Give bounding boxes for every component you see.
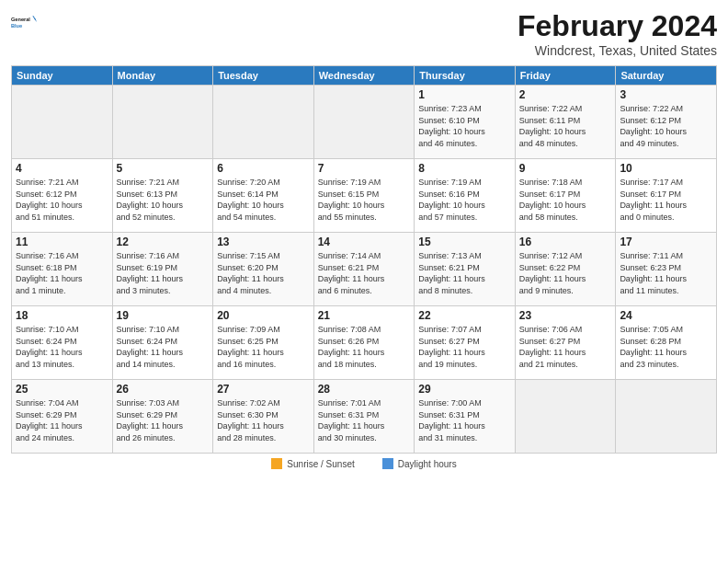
day-cell: 3Sunrise: 7:22 AM Sunset: 6:12 PM Daylig… (616, 86, 717, 159)
day-number: 1 (418, 88, 511, 101)
day-cell: 26Sunrise: 7:03 AM Sunset: 6:29 PM Dayli… (112, 380, 213, 454)
svg-text:Blue: Blue (11, 23, 22, 29)
day-info: Sunrise: 7:08 AM Sunset: 6:26 PM Dayligh… (318, 324, 411, 370)
day-cell: 16Sunrise: 7:12 AM Sunset: 6:22 PM Dayli… (515, 233, 616, 306)
day-number: 24 (620, 309, 712, 322)
day-info: Sunrise: 7:01 AM Sunset: 6:31 PM Dayligh… (318, 397, 411, 443)
week-row-1: 4Sunrise: 7:21 AM Sunset: 6:12 PM Daylig… (12, 159, 717, 233)
day-cell: 18Sunrise: 7:10 AM Sunset: 6:24 PM Dayli… (12, 306, 113, 380)
day-info: Sunrise: 7:09 AM Sunset: 6:25 PM Dayligh… (217, 324, 310, 370)
day-number: 16 (519, 236, 612, 248)
day-cell: 15Sunrise: 7:13 AM Sunset: 6:21 PM Dayli… (415, 233, 516, 306)
day-number: 18 (16, 309, 108, 322)
day-cell: 27Sunrise: 7:02 AM Sunset: 6:30 PM Dayli… (213, 380, 314, 454)
day-info: Sunrise: 7:04 AM Sunset: 6:29 PM Dayligh… (16, 397, 108, 443)
day-info: Sunrise: 7:03 AM Sunset: 6:29 PM Dayligh… (117, 397, 210, 443)
day-number: 23 (519, 309, 612, 322)
month-title: February 2024 (518, 9, 717, 43)
day-cell: 28Sunrise: 7:01 AM Sunset: 6:31 PM Dayli… (313, 380, 415, 454)
day-number: 15 (418, 236, 511, 248)
day-number: 3 (620, 88, 712, 101)
day-header-tuesday: Tuesday (213, 66, 314, 86)
day-info: Sunrise: 7:13 AM Sunset: 6:21 PM Dayligh… (418, 250, 511, 296)
day-cell (616, 380, 717, 454)
day-number: 12 (117, 236, 210, 248)
day-number: 17 (620, 236, 712, 248)
day-info: Sunrise: 7:07 AM Sunset: 6:27 PM Dayligh… (418, 324, 511, 370)
day-cell: 24Sunrise: 7:05 AM Sunset: 6:28 PM Dayli… (616, 306, 717, 380)
day-cell: 20Sunrise: 7:09 AM Sunset: 6:25 PM Dayli… (213, 306, 314, 380)
day-header-thursday: Thursday (415, 66, 516, 86)
day-number: 28 (318, 383, 411, 396)
day-info: Sunrise: 7:11 AM Sunset: 6:23 PM Dayligh… (620, 250, 712, 296)
day-number: 22 (418, 309, 511, 322)
calendar-table: SundayMondayTuesdayWednesdayThursdayFrid… (11, 65, 717, 454)
day-number: 2 (519, 88, 612, 101)
week-row-4: 25Sunrise: 7:04 AM Sunset: 6:29 PM Dayli… (12, 380, 717, 454)
day-number: 8 (418, 162, 511, 175)
day-info: Sunrise: 7:00 AM Sunset: 6:31 PM Dayligh… (418, 397, 511, 443)
day-info: Sunrise: 7:06 AM Sunset: 6:27 PM Dayligh… (519, 324, 612, 370)
day-cell (12, 86, 113, 159)
day-info: Sunrise: 7:10 AM Sunset: 6:24 PM Dayligh… (117, 324, 210, 370)
day-info: Sunrise: 7:22 AM Sunset: 6:12 PM Dayligh… (620, 103, 712, 149)
calendar-container: GeneralBlue February 2024 Windcrest, Tex… (0, 0, 728, 563)
day-info: Sunrise: 7:12 AM Sunset: 6:22 PM Dayligh… (519, 250, 612, 296)
day-info: Sunrise: 7:21 AM Sunset: 6:12 PM Dayligh… (16, 177, 108, 223)
day-cell: 10Sunrise: 7:17 AM Sunset: 6:17 PM Dayli… (616, 159, 717, 233)
day-cell: 13Sunrise: 7:15 AM Sunset: 6:20 PM Dayli… (213, 233, 314, 306)
day-info: Sunrise: 7:18 AM Sunset: 6:17 PM Dayligh… (519, 177, 612, 223)
day-header-wednesday: Wednesday (313, 66, 415, 86)
sunrise-color (271, 458, 282, 469)
day-number: 21 (318, 309, 411, 322)
day-cell: 21Sunrise: 7:08 AM Sunset: 6:26 PM Dayli… (313, 306, 415, 380)
day-cell (112, 86, 213, 159)
day-cell: 12Sunrise: 7:16 AM Sunset: 6:19 PM Dayli… (112, 233, 213, 306)
day-info: Sunrise: 7:15 AM Sunset: 6:20 PM Dayligh… (217, 250, 310, 296)
day-number: 14 (318, 236, 411, 248)
day-info: Sunrise: 7:17 AM Sunset: 6:17 PM Dayligh… (620, 177, 712, 223)
footer: Sunrise / Sunset Daylight hours (11, 458, 717, 469)
day-number: 7 (318, 162, 411, 175)
day-info: Sunrise: 7:21 AM Sunset: 6:13 PM Dayligh… (117, 177, 210, 223)
day-number: 6 (217, 162, 310, 175)
day-info: Sunrise: 7:02 AM Sunset: 6:30 PM Dayligh… (217, 397, 310, 443)
week-row-2: 11Sunrise: 7:16 AM Sunset: 6:18 PM Dayli… (12, 233, 717, 306)
svg-marker-3 (34, 18, 37, 22)
day-info: Sunrise: 7:10 AM Sunset: 6:24 PM Dayligh… (16, 324, 108, 370)
day-header-monday: Monday (112, 66, 213, 86)
day-info: Sunrise: 7:14 AM Sunset: 6:21 PM Dayligh… (318, 250, 411, 296)
day-cell: 8Sunrise: 7:19 AM Sunset: 6:16 PM Daylig… (415, 159, 516, 233)
daylight-color (382, 458, 393, 469)
day-number: 4 (16, 162, 108, 175)
day-cell (515, 380, 616, 454)
week-row-0: 1Sunrise: 7:23 AM Sunset: 6:10 PM Daylig… (12, 86, 717, 159)
sunrise-legend: Sunrise / Sunset (271, 458, 354, 469)
logo-icon: GeneralBlue (11, 9, 37, 35)
day-number: 19 (117, 309, 210, 322)
day-cell: 9Sunrise: 7:18 AM Sunset: 6:17 PM Daylig… (515, 159, 616, 233)
day-header-sunday: Sunday (12, 66, 113, 86)
day-cell: 2Sunrise: 7:22 AM Sunset: 6:11 PM Daylig… (515, 86, 616, 159)
day-cell: 29Sunrise: 7:00 AM Sunset: 6:31 PM Dayli… (415, 380, 516, 454)
day-number: 5 (117, 162, 210, 175)
day-info: Sunrise: 7:16 AM Sunset: 6:19 PM Dayligh… (117, 250, 210, 296)
day-cell: 25Sunrise: 7:04 AM Sunset: 6:29 PM Dayli… (12, 380, 113, 454)
day-info: Sunrise: 7:19 AM Sunset: 6:15 PM Dayligh… (318, 177, 411, 223)
day-info: Sunrise: 7:16 AM Sunset: 6:18 PM Dayligh… (16, 250, 108, 296)
svg-text:General: General (11, 17, 30, 22)
day-info: Sunrise: 7:23 AM Sunset: 6:10 PM Dayligh… (418, 103, 511, 149)
day-number: 29 (418, 383, 511, 396)
day-number: 26 (117, 383, 210, 396)
day-info: Sunrise: 7:22 AM Sunset: 6:11 PM Dayligh… (519, 103, 612, 149)
day-info: Sunrise: 7:20 AM Sunset: 6:14 PM Dayligh… (217, 177, 310, 223)
title-block: February 2024 Windcrest, Texas, United S… (518, 9, 717, 58)
logo: GeneralBlue (11, 9, 37, 35)
day-cell: 22Sunrise: 7:07 AM Sunset: 6:27 PM Dayli… (415, 306, 516, 380)
day-number: 25 (16, 383, 108, 396)
day-cell (213, 86, 314, 159)
day-header-friday: Friday (515, 66, 616, 86)
day-cell: 17Sunrise: 7:11 AM Sunset: 6:23 PM Dayli… (616, 233, 717, 306)
header: GeneralBlue February 2024 Windcrest, Tex… (11, 9, 717, 58)
daylight-legend: Daylight hours (382, 458, 457, 469)
